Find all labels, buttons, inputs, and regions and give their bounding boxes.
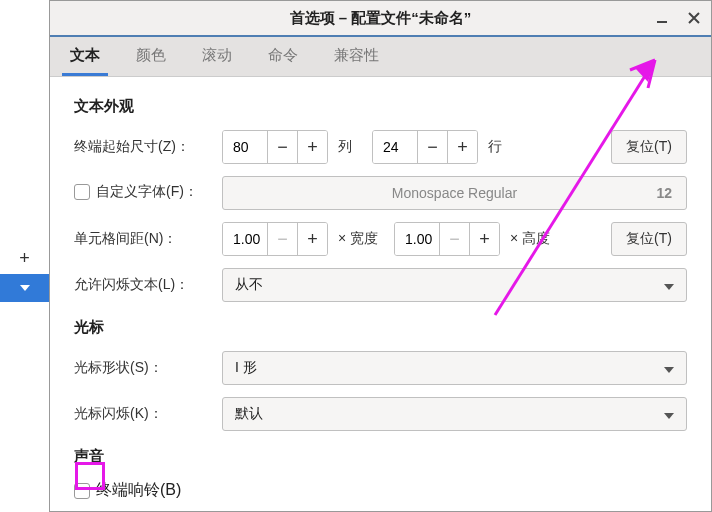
columns-spinbox[interactable]: − + [222, 130, 328, 164]
reset-spacing-button[interactable]: 复位(T) [611, 222, 687, 256]
font-chooser-button[interactable]: Monospace Regular 12 [222, 176, 687, 210]
cursor-blink-combo[interactable]: 默认 [222, 397, 687, 431]
preferences-window: 首选项 – 配置文件“未命名” 文本 颜色 滚动 命令 兼容性 文本外观 终端起… [49, 0, 712, 512]
custom-font-label: 自定义字体(F)： [96, 183, 198, 201]
columns-increment[interactable]: + [297, 131, 327, 163]
section-appearance: 文本外观 [74, 97, 687, 116]
add-profile-button[interactable]: + [0, 244, 49, 272]
chevron-down-icon [664, 277, 674, 293]
x-height-label: × 高度 [510, 230, 556, 248]
label-cell-spacing: 单元格间距(N)： [74, 230, 222, 248]
tab-text[interactable]: 文本 [62, 36, 108, 76]
x-width-label: × 宽度 [338, 230, 384, 248]
custom-font-checkbox[interactable]: 自定义字体(F)： [74, 183, 198, 201]
cursor-blink-value: 默认 [235, 405, 263, 423]
chevron-down-icon [664, 360, 674, 376]
rows-increment[interactable]: + [447, 131, 477, 163]
section-cursor: 光标 [74, 318, 687, 337]
label-allow-blinking: 允许闪烁文本(L)： [74, 276, 222, 294]
tab-compat[interactable]: 兼容性 [326, 36, 387, 76]
terminal-bell-label: 终端响铃(B) [96, 480, 181, 501]
checkbox-box [74, 483, 90, 499]
spacing-y-spinbox[interactable]: − + [394, 222, 500, 256]
minimize-button[interactable] [653, 9, 671, 27]
titlebar: 首选项 – 配置文件“未命名” [50, 1, 711, 37]
window-title: 首选项 – 配置文件“未命名” [290, 9, 472, 28]
tab-content: 文本外观 终端起始尺寸(Z)： − + 列 − + 行 [50, 77, 711, 511]
font-size: 12 [656, 185, 672, 201]
blinking-text-value: 从不 [235, 276, 263, 294]
spacing-x-spinbox[interactable]: − + [222, 222, 328, 256]
columns-input[interactable] [223, 131, 267, 163]
spacing-x-decrement: − [267, 223, 297, 255]
tab-color[interactable]: 颜色 [128, 36, 174, 76]
rows-suffix: 行 [488, 138, 512, 156]
label-cursor-blink: 光标闪烁(K)： [74, 405, 222, 423]
checkbox-box [74, 184, 90, 200]
chevron-down-icon [664, 406, 674, 422]
spacing-y-input[interactable] [395, 223, 439, 255]
rows-decrement[interactable]: − [417, 131, 447, 163]
blinking-text-combo[interactable]: 从不 [222, 268, 687, 302]
columns-decrement[interactable]: − [267, 131, 297, 163]
spacing-y-decrement: − [439, 223, 469, 255]
tab-scroll[interactable]: 滚动 [194, 36, 240, 76]
spacing-x-increment[interactable]: + [297, 223, 327, 255]
profile-menu-button[interactable] [0, 274, 49, 302]
label-initial-size: 终端起始尺寸(Z)： [74, 138, 222, 156]
spacing-x-input[interactable] [223, 223, 267, 255]
columns-suffix: 列 [338, 138, 362, 156]
terminal-bell-checkbox[interactable]: 终端响铃(B) [74, 480, 181, 501]
cursor-shape-value: I 形 [235, 359, 257, 377]
spacing-y-increment[interactable]: + [469, 223, 499, 255]
section-sound: 声音 [74, 447, 687, 466]
tab-command[interactable]: 命令 [260, 36, 306, 76]
font-name: Monospace Regular [392, 185, 517, 201]
profile-sidebar: + [0, 0, 50, 512]
close-button[interactable] [685, 9, 703, 27]
rows-input[interactable] [373, 131, 417, 163]
rows-spinbox[interactable]: − + [372, 130, 478, 164]
tab-bar: 文本 颜色 滚动 命令 兼容性 [50, 37, 711, 77]
label-cursor-shape: 光标形状(S)： [74, 359, 222, 377]
reset-size-button[interactable]: 复位(T) [611, 130, 687, 164]
cursor-shape-combo[interactable]: I 形 [222, 351, 687, 385]
svg-rect-0 [657, 21, 667, 23]
